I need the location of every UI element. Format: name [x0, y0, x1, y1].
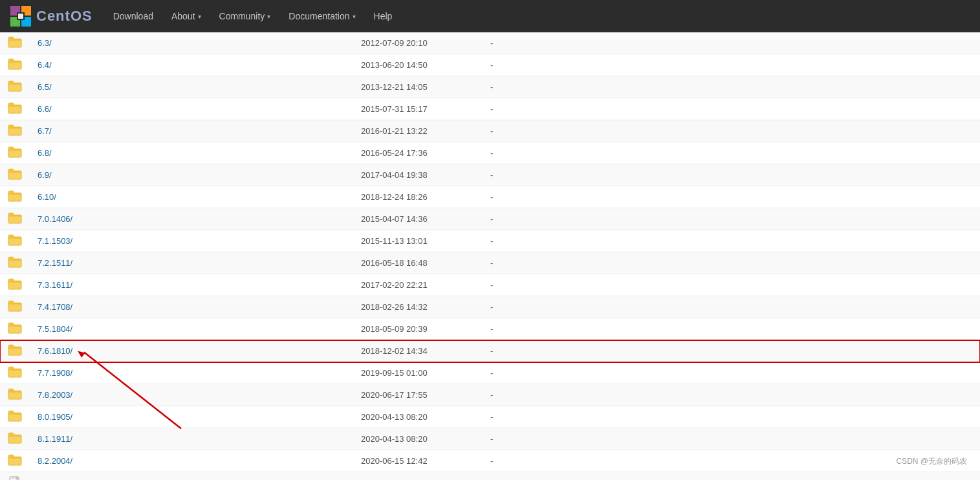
file-size-cell: 1.8K — [483, 472, 980, 481]
file-size-cell: - — [483, 76, 980, 98]
file-link[interactable]: 6.5/ — [38, 82, 52, 92]
nav-help[interactable]: Help — [366, 7, 400, 25]
table-row: 6.8/2016-05-24 17:36- — [0, 142, 980, 164]
table-row: 7.6.1810/2018-12-02 14:34- — [0, 340, 980, 362]
folder-svg-icon — [8, 432, 22, 444]
file-link[interactable]: 7.2.1511/ — [38, 258, 72, 268]
file-name-cell: 8.2.2004/ — [30, 450, 353, 472]
file-size-cell: - — [483, 428, 980, 450]
table-row: 8.2.2004/2020-06-15 12:42- — [0, 450, 980, 472]
table-row: 7.7.1908/2019-09-15 01:00- — [0, 362, 980, 384]
folder-svg-icon — [8, 366, 22, 378]
folder-icon — [0, 164, 30, 186]
folder-icon — [0, 340, 30, 362]
file-date-cell: 2017-04-04 19:38 — [353, 164, 483, 186]
file-link[interactable]: 6.7/ — [38, 126, 52, 136]
table-row: 7.3.1611/2017-02-20 22:21- — [0, 274, 980, 296]
folder-svg-icon — [8, 146, 22, 158]
nav-download[interactable]: Download — [105, 7, 161, 25]
file-name-cell: 6.4/ — [30, 54, 353, 76]
table-row: 6.3/2012-07-09 20:10- — [0, 32, 980, 54]
file-size-cell: - — [483, 274, 980, 296]
folder-icon — [0, 384, 30, 406]
file-date-cell: 2016-05-18 16:48 — [353, 252, 483, 274]
folder-svg-icon — [8, 388, 22, 400]
nav-documentation[interactable]: Documentation ▾ — [281, 7, 363, 25]
file-link[interactable]: 8.2.2004/ — [38, 456, 72, 466]
file-name-cell: 7.7.1908/ — [30, 362, 353, 384]
file-name-cell: 8.1.1911/ — [30, 428, 353, 450]
file-link[interactable]: 8.0.1905/ — [38, 412, 72, 422]
folder-icon — [0, 98, 30, 120]
table-row: 7.2.1511/2016-05-18 16:48- — [0, 252, 980, 274]
folder-icon — [0, 296, 30, 318]
file-size-cell: - — [483, 142, 980, 164]
directory-table: 6.3/2012-07-09 20:10- 6.4/2013-06-20 14:… — [0, 32, 980, 480]
folder-svg-icon — [8, 234, 22, 246]
nav-about[interactable]: About ▾ — [164, 7, 209, 25]
file-link[interactable]: 7.4.1708/ — [38, 302, 72, 312]
table-row: 7.5.1804/2018-05-09 20:39- — [0, 318, 980, 340]
file-name-cell: 8.0.1905/ — [30, 406, 353, 428]
folder-icon — [0, 318, 30, 340]
about-arrow-icon: ▾ — [198, 13, 201, 20]
documentation-arrow-icon: ▾ — [353, 13, 356, 20]
file-link[interactable]: 6.10/ — [38, 192, 56, 202]
file-size-cell: - — [483, 230, 980, 252]
folder-svg-icon — [8, 278, 22, 290]
file-date-cell: 2018-05-09 20:39 — [353, 318, 483, 340]
folder-svg-icon — [8, 322, 22, 334]
folder-icon — [0, 428, 30, 450]
folder-icon — [0, 32, 30, 54]
table-row: 7.1.1503/2015-11-13 13:01- — [0, 230, 980, 252]
file-link[interactable]: 7.7.1908/ — [38, 368, 72, 378]
file-size-cell: - — [483, 120, 980, 142]
svg-rect-7 — [10, 477, 16, 479]
navbar: CentOS Download About ▾ Community ▾ Docu… — [0, 0, 980, 32]
file-name-cell: 6.10/ — [30, 186, 353, 208]
file-link[interactable]: 7.0.1406/ — [38, 214, 72, 224]
watermark: CSDN @无奈的码农 — [896, 456, 967, 467]
folder-svg-icon — [8, 454, 22, 466]
file-link[interactable]: 6.9/ — [38, 170, 52, 180]
folder-icon — [0, 450, 30, 472]
file-link[interactable]: 7.8.2003/ — [38, 390, 72, 400]
file-link[interactable]: 7.1.1503/ — [38, 236, 72, 246]
main-content: 6.3/2012-07-09 20:10- 6.4/2013-06-20 14:… — [0, 32, 980, 480]
folder-icon — [0, 76, 30, 98]
file-link[interactable]: 7.6.1810/ — [38, 346, 72, 356]
file-date-cell: 2019-09-15 01:00 — [353, 362, 483, 384]
file-link[interactable]: 7.3.1611/ — [38, 280, 72, 290]
file-name-cell: 6.5/ — [30, 76, 353, 98]
centos-logo-icon — [10, 6, 31, 27]
brand-text: CentOS — [36, 8, 93, 25]
file-link[interactable]: 6.4/ — [38, 60, 52, 70]
file-date-cell: 2015-07-31 15:17 — [353, 98, 483, 120]
file-size-cell: - — [483, 252, 980, 274]
nav-community[interactable]: Community ▾ — [212, 7, 279, 25]
file-name-cell: 7.0.1406/ — [30, 208, 353, 230]
file-name-cell: 7.4.1708/ — [30, 296, 353, 318]
file-name-cell: 6.6/ — [30, 98, 353, 120]
file-name-cell: 6.9/ — [30, 164, 353, 186]
file-date-cell: 2013-12-21 14:05 — [353, 76, 483, 98]
folder-svg-icon — [8, 124, 22, 136]
file-link[interactable]: 7.5.1804/ — [38, 324, 72, 334]
file-size-cell: - — [483, 98, 980, 120]
table-row: 6.5/2013-12-21 14:05- — [0, 76, 980, 98]
table-row: 8.1.1911/2020-04-13 08:20- — [0, 428, 980, 450]
file-link[interactable]: 8.1.1911/ — [38, 434, 72, 444]
file-date-cell: 2015-04-07 14:36 — [353, 208, 483, 230]
file-link[interactable]: 6.6/ — [38, 104, 52, 114]
file-link[interactable]: 6.8/ — [38, 148, 52, 158]
folder-icon — [0, 252, 30, 274]
file-link[interactable]: 6.3/ — [38, 38, 52, 48]
file-name-cell: RPM-GPG-KEY-CentOS-3 — [30, 472, 353, 481]
table-row: 6.10/2018-12-24 18:26- — [0, 186, 980, 208]
file-size-cell: - — [483, 164, 980, 186]
brand[interactable]: CentOS — [10, 6, 93, 27]
table-row: 6.7/2016-01-21 13:22- — [0, 120, 980, 142]
folder-svg-icon — [8, 300, 22, 312]
folder-icon — [0, 120, 30, 142]
folder-svg-icon — [8, 58, 22, 70]
